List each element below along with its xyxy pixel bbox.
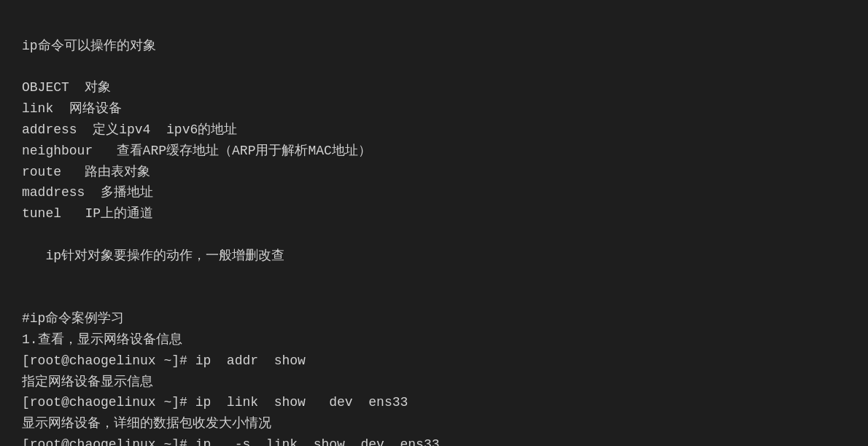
empty-line	[22, 267, 846, 288]
text-line: ip针对对象要操作的动作，一般增删改查	[22, 246, 846, 267]
text-line: 1.查看，显示网络设备信息	[22, 329, 846, 351]
empty-line	[22, 287, 846, 308]
text-line: #ip命令案例学习	[22, 308, 846, 329]
text-line: link 网络设备	[22, 98, 846, 120]
text-line: 显示网络设备，详细的数据包收发大小情况	[22, 413, 846, 434]
command-line: [root@chaogelinux ~]# ip link show dev e…	[22, 392, 846, 413]
text-line: neighbour 查看ARP缓存地址（ARP用于解析MAC地址）	[22, 141, 846, 162]
empty-line	[22, 224, 846, 246]
command-line: [root@chaogelinux ~]# ip -s link show de…	[22, 434, 846, 446]
text-line: maddress 多播地址	[22, 182, 846, 203]
text-line: route 路由表对象	[22, 162, 846, 183]
command-line: [root@chaogelinux ~]# ip addr show	[22, 351, 846, 372]
text-line: OBJECT 对象	[22, 77, 846, 98]
text-line: address 定义ipv4 ipv6的地址	[22, 120, 846, 141]
text-line: ip命令可以操作的对象	[22, 36, 846, 57]
text-line: 指定网络设备显示信息	[22, 372, 846, 393]
text-line: tunel IP上的通道	[22, 203, 846, 224]
empty-line	[22, 57, 846, 78]
terminal-window: ip命令可以操作的对象 OBJECT 对象 link 网络设备 address …	[22, 15, 846, 446]
